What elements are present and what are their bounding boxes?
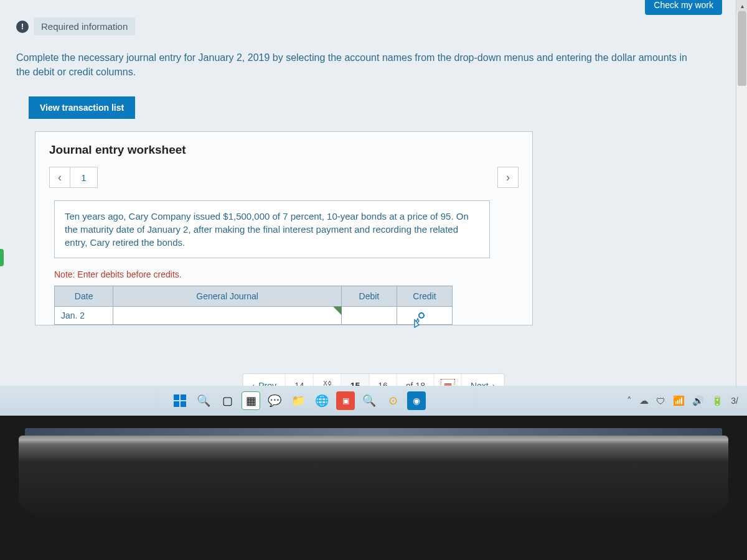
tray-security-icon[interactable]: 🛡 (656, 396, 665, 406)
cell-credit[interactable] (397, 307, 452, 325)
worksheet-next-button[interactable]: › (497, 167, 519, 188)
journal-entry-worksheet-panel: Journal entry worksheet ‹ 1 › Ten years … (35, 131, 533, 325)
taskbar-app-icon[interactable]: ◉ (407, 391, 426, 410)
column-header-credit: Credit (397, 286, 452, 307)
svg-rect-4 (181, 401, 186, 407)
column-header-general-journal: General Journal (113, 286, 342, 307)
taskbar-edge-icon[interactable]: 🌐 (312, 391, 331, 410)
taskbar-app-icon[interactable]: ▦ (242, 391, 260, 410)
taskbar-file-explorer-icon[interactable]: 📁 (289, 391, 308, 410)
tray-chevron-up-icon[interactable]: ˄ (627, 395, 632, 406)
laptop-base (19, 436, 728, 523)
problem-description: Ten years ago, Cary Company issued $1,50… (54, 200, 490, 258)
column-header-debit: Debit (341, 286, 397, 307)
check-my-work-button[interactable]: Check my work (645, 0, 722, 15)
cell-debit[interactable] (341, 307, 397, 325)
column-header-date: Date (55, 286, 113, 307)
required-information-label: Required information (34, 17, 135, 35)
tray-onedrive-icon[interactable]: ☁ (639, 395, 649, 406)
table-row: Jan. 2 (55, 307, 453, 325)
left-edge-tab[interactable] (0, 249, 4, 266)
tray-volume-icon[interactable]: 🔊 (692, 395, 704, 406)
svg-rect-3 (174, 401, 179, 407)
scrollbar-thumb[interactable] (738, 11, 746, 86)
svg-rect-1 (174, 394, 179, 400)
journal-entry-table: Date General Journal Debit Credit Jan. 2 (54, 286, 453, 325)
taskbar-app-icon[interactable]: ⊙ (383, 391, 402, 410)
windows-taskbar[interactable]: 🔍 ▢ ▦ 💬 📁 🌐 ▣ 🔍 ⊙ ◉ ˄ ☁ 🛡 📶 🔊 🔋 3/ (0, 386, 747, 416)
tray-date-fragment[interactable]: 3/ (731, 396, 738, 406)
required-information-header: ! Required information (16, 17, 728, 35)
dropdown-handle-icon[interactable] (333, 306, 342, 315)
windows-start-icon[interactable] (171, 391, 189, 410)
cell-date[interactable]: Jan. 2 (55, 307, 113, 325)
instructions-text: Complete the necessary journal entry for… (16, 50, 701, 79)
taskbar-search-icon[interactable]: 🔍 (194, 391, 213, 410)
vertical-scrollbar[interactable]: ▴ ▾ (736, 0, 747, 411)
taskbar-app-icon[interactable]: ▣ (336, 391, 355, 410)
exclamation-icon: ! (16, 21, 29, 33)
worksheet-prev-button[interactable]: ‹ (49, 167, 70, 188)
taskbar-chat-icon[interactable]: 💬 (265, 391, 284, 410)
svg-rect-2 (181, 394, 186, 400)
worksheet-title: Journal entry worksheet (49, 143, 519, 157)
tray-battery-icon[interactable]: 🔋 (712, 395, 723, 406)
worksheet-page-number[interactable]: 1 (70, 167, 98, 188)
taskbar-task-view-icon[interactable]: ▢ (218, 391, 237, 410)
view-transaction-list-button[interactable]: View transaction list (29, 96, 135, 119)
cell-general-journal-dropdown[interactable] (113, 307, 342, 325)
tray-wifi-icon[interactable]: 📶 (673, 395, 685, 406)
note-text: Note: Enter debits before credits. (54, 269, 514, 279)
taskbar-app-icon[interactable]: 🔍 (360, 391, 378, 410)
scrollbar-up-button[interactable]: ▴ (736, 0, 747, 11)
